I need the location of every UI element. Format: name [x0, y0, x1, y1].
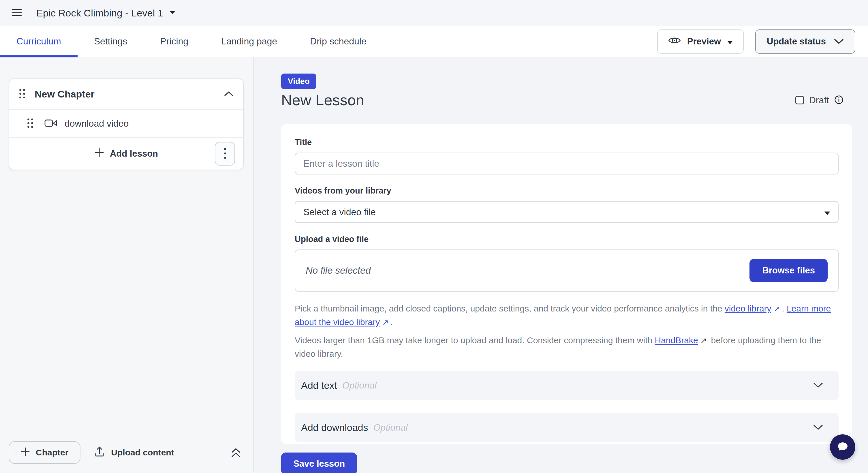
tab-landing-page[interactable]: Landing page [205, 26, 293, 57]
eye-icon [668, 36, 681, 47]
upload-content-label: Upload content [111, 448, 174, 458]
draft-control: Draft [795, 95, 843, 105]
drag-handle-icon[interactable] [27, 118, 33, 129]
chapter-card: New Chapter download video [9, 78, 244, 170]
video-library-select-value: Select a video file [303, 207, 376, 217]
lesson-title-input[interactable] [295, 153, 839, 175]
add-text-label: Add text [301, 380, 337, 391]
course-title: Epic Rock Climbing - Level 1 [36, 7, 163, 19]
topbar: Epic Rock Climbing - Level 1 [0, 0, 868, 26]
collapse-all-button[interactable] [230, 446, 241, 459]
chevron-down-icon [834, 36, 844, 47]
add-lesson-button[interactable]: Add lesson [94, 148, 158, 160]
double-chevron-up-icon [230, 446, 241, 459]
add-lesson-label: Add lesson [110, 149, 158, 159]
tab-pricing[interactable]: Pricing [144, 26, 205, 57]
video-library-help-text: Pick a thumbnail image, add closed capti… [295, 302, 839, 329]
kebab-menu-icon [224, 148, 226, 160]
drag-handle-icon[interactable] [19, 89, 25, 100]
chapter-title: New Chapter [35, 89, 224, 100]
plus-icon [94, 148, 104, 160]
save-lesson-button[interactable]: Save lesson [281, 452, 357, 473]
page-title: New Lesson [281, 91, 364, 109]
tab-settings[interactable]: Settings [78, 26, 144, 57]
curriculum-sidebar: New Chapter download video [0, 57, 254, 472]
file-size-help-text: Videos larger than 1GB may take longer t… [295, 334, 839, 360]
tab-bar: Curriculum Settings Pricing Landing page… [0, 26, 868, 57]
draft-checkbox[interactable] [795, 96, 804, 104]
lesson-type-badge: Video [281, 73, 316, 89]
chevron-down-icon [813, 382, 823, 388]
add-text-accordion[interactable]: Add text Optional [295, 371, 839, 400]
preview-button[interactable]: Preview [657, 29, 744, 54]
update-status-button[interactable]: Update status [755, 29, 855, 54]
browse-files-button[interactable]: Browse files [749, 259, 828, 282]
plus-icon [21, 447, 30, 458]
library-field-label: Videos from your library [295, 186, 839, 195]
upload-icon [94, 446, 105, 460]
update-status-label: Update status [767, 36, 826, 47]
optional-label: Optional [342, 380, 377, 391]
menu-button[interactable] [9, 5, 25, 21]
add-chapter-label: Chapter [36, 448, 68, 458]
chapter-footer: Add lesson [9, 138, 243, 169]
external-link-icon: ↗ [382, 316, 389, 329]
caret-down-icon [169, 11, 175, 15]
upload-content-button[interactable]: Upload content [94, 446, 174, 460]
no-file-text: No file selected [306, 265, 371, 276]
help-text-segment: Videos larger than 1GB may take longer t… [295, 336, 655, 345]
lesson-form-card: Title Videos from your library Select a … [281, 124, 852, 444]
header-actions: Preview Update status [657, 29, 855, 54]
info-icon [834, 95, 843, 105]
chapter-header[interactable]: New Chapter [9, 79, 243, 110]
chat-launcher-button[interactable] [830, 434, 855, 460]
course-switcher[interactable]: Epic Rock Climbing - Level 1 [36, 7, 175, 19]
external-link-icon: ↗ [774, 303, 780, 316]
help-text-segment: Pick a thumbnail image, add closed capti… [295, 304, 725, 313]
draft-info-button[interactable] [834, 95, 843, 105]
chat-bubble-icon [836, 440, 849, 454]
lesson-title: download video [65, 118, 129, 129]
caret-down-icon [727, 36, 733, 47]
tab-curriculum[interactable]: Curriculum [0, 26, 78, 57]
upload-field-label: Upload a video file [295, 234, 839, 244]
preview-button-label: Preview [687, 36, 721, 47]
add-downloads-accordion[interactable]: Add downloads Optional [295, 413, 839, 442]
video-library-select[interactable]: Select a video file [295, 201, 839, 223]
optional-label: Optional [373, 422, 408, 433]
help-text-segment: . [391, 317, 393, 327]
video-camera-icon [44, 119, 58, 129]
chevron-up-icon[interactable] [224, 91, 233, 97]
external-link-icon: ↗ [701, 334, 707, 347]
lesson-editor: Video New Lesson Draft Title Videos from… [254, 57, 868, 472]
title-field-label: Title [295, 137, 839, 147]
add-downloads-label: Add downloads [301, 422, 368, 433]
video-library-link[interactable]: video library [725, 304, 771, 313]
handbrake-link[interactable]: HandBrake [655, 336, 698, 345]
file-drop-zone[interactable]: No file selected Browse files [295, 250, 839, 292]
caret-down-icon [824, 207, 831, 217]
chapter-options-button[interactable] [215, 142, 235, 165]
chevron-down-icon [813, 424, 823, 430]
tab-drip-schedule[interactable]: Drip schedule [293, 26, 383, 57]
sidebar-footer: Chapter Upload content [9, 441, 241, 464]
add-chapter-button[interactable]: Chapter [9, 441, 81, 464]
content-area: New Chapter download video [0, 57, 868, 472]
hamburger-icon [11, 9, 22, 18]
draft-label: Draft [809, 95, 829, 105]
help-text-segment: . [782, 304, 787, 313]
lesson-row[interactable]: download video [9, 110, 243, 138]
